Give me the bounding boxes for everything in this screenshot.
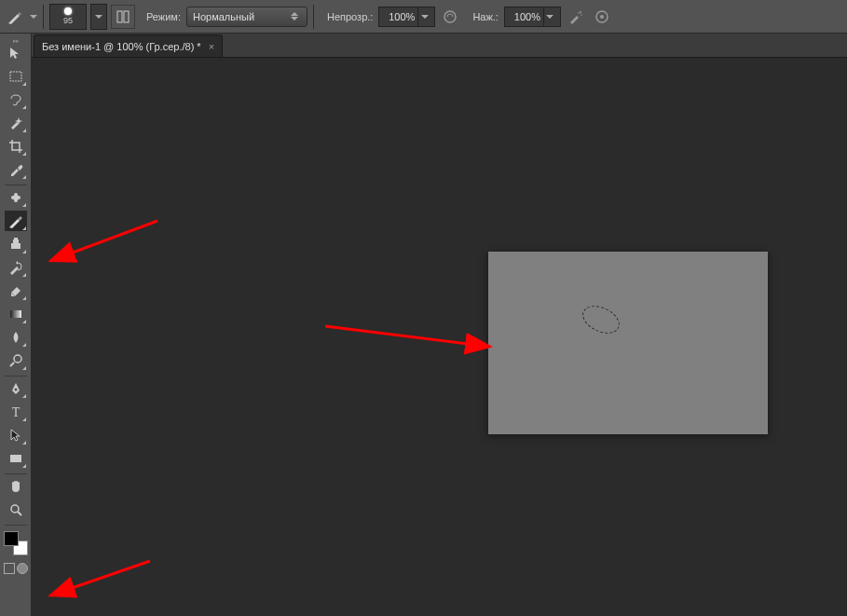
close-icon[interactable]: × — [209, 41, 214, 52]
document-tab-bar: Без имени-1 @ 100% (Гр.сер./8) * × — [32, 34, 847, 58]
tools-panel: T — [0, 34, 32, 616]
opacity-value: 100% — [383, 11, 415, 22]
svg-rect-10 — [14, 193, 18, 202]
foreground-color[interactable] — [4, 531, 19, 546]
svg-point-2 — [444, 11, 456, 22]
svg-line-19 — [325, 326, 490, 347]
flow-label: Наж.: — [472, 11, 499, 22]
document-canvas[interactable] — [488, 252, 768, 434]
brush-dot-icon — [64, 7, 72, 15]
eraser-tool[interactable] — [5, 281, 27, 301]
type-tool[interactable]: T — [5, 402, 27, 422]
pen-tool[interactable] — [5, 378, 27, 399]
document-tab[interactable]: Без имени-1 @ 100% (Гр.сер./8) * × — [34, 34, 223, 57]
annotation-arrow-1 — [41, 216, 162, 272]
svg-point-3 — [580, 11, 581, 13]
healing-brush-tool[interactable] — [5, 187, 27, 208]
workspace: Без имени-1 @ 100% (Гр.сер./8) * × — [32, 34, 847, 616]
svg-point-4 — [581, 14, 582, 16]
hand-tool[interactable] — [5, 476, 27, 497]
svg-rect-1 — [124, 11, 129, 22]
lasso-tool[interactable] — [5, 89, 27, 110]
svg-rect-8 — [10, 72, 21, 81]
svg-point-14 — [14, 389, 17, 391]
pressure-size-button[interactable] — [591, 6, 613, 28]
flow-field[interactable]: 100% — [504, 7, 561, 27]
brush-presets-dropdown[interactable] — [90, 4, 107, 30]
svg-point-17 — [11, 505, 19, 513]
svg-rect-0 — [117, 11, 122, 22]
svg-point-7 — [600, 15, 604, 19]
panel-grip[interactable] — [2, 35, 30, 43]
mode-label: Режим: — [146, 11, 181, 22]
canvas-area[interactable] — [32, 58, 847, 616]
current-tool-icon — [6, 7, 24, 26]
options-bar: 95 Режим: Нормальный Непрозр.: 100% Наж.… — [0, 0, 847, 34]
blend-mode-value: Нормальный — [193, 11, 288, 22]
tool-preset-dropdown[interactable] — [30, 15, 37, 19]
opacity-label: Непрозр.: — [327, 11, 373, 22]
marquee-selection — [578, 300, 623, 338]
eyedropper-tool[interactable] — [5, 159, 27, 180]
rectangular-marquee-tool[interactable] — [5, 66, 27, 87]
blend-mode-dropdown[interactable]: Нормальный — [186, 7, 307, 27]
svg-rect-11 — [14, 238, 18, 240]
brush-size-value: 95 — [63, 16, 73, 25]
clone-stamp-tool[interactable] — [5, 234, 27, 254]
quick-selection-tool[interactable] — [5, 113, 27, 133]
brush-panel-toggle[interactable] — [111, 5, 135, 29]
opacity-field[interactable]: 100% — [378, 7, 435, 27]
history-brush-tool[interactable] — [5, 257, 27, 278]
opacity-dropdown[interactable] — [417, 7, 430, 26]
zoom-tool[interactable] — [5, 500, 27, 520]
svg-line-20 — [50, 561, 150, 595]
dodge-tool[interactable] — [5, 350, 27, 371]
pressure-opacity-button[interactable] — [439, 6, 461, 28]
annotation-arrow-2 — [321, 319, 498, 356]
move-tool[interactable] — [5, 43, 27, 63]
quick-mask-toggle[interactable] — [4, 563, 28, 580]
path-selection-tool[interactable] — [5, 425, 27, 445]
rectangle-tool[interactable] — [5, 448, 27, 469]
svg-rect-12 — [10, 310, 21, 318]
brush-preview[interactable]: 95 — [49, 4, 87, 30]
svg-line-18 — [50, 221, 157, 261]
svg-point-5 — [578, 12, 580, 14]
flow-value: 100% — [509, 11, 540, 22]
crop-tool[interactable] — [5, 136, 27, 157]
document-tab-title: Без имени-1 @ 100% (Гр.сер./8) * — [42, 41, 201, 52]
flow-dropdown[interactable] — [543, 7, 556, 26]
color-swatches[interactable] — [4, 531, 28, 555]
blur-tool[interactable] — [5, 327, 27, 348]
svg-text:T: T — [11, 405, 20, 419]
brush-tool[interactable] — [5, 211, 27, 231]
airbrush-button[interactable] — [565, 6, 587, 28]
gradient-tool[interactable] — [5, 304, 27, 324]
svg-point-13 — [14, 355, 21, 363]
svg-rect-16 — [10, 455, 21, 462]
annotation-arrow-3 — [43, 556, 155, 603]
